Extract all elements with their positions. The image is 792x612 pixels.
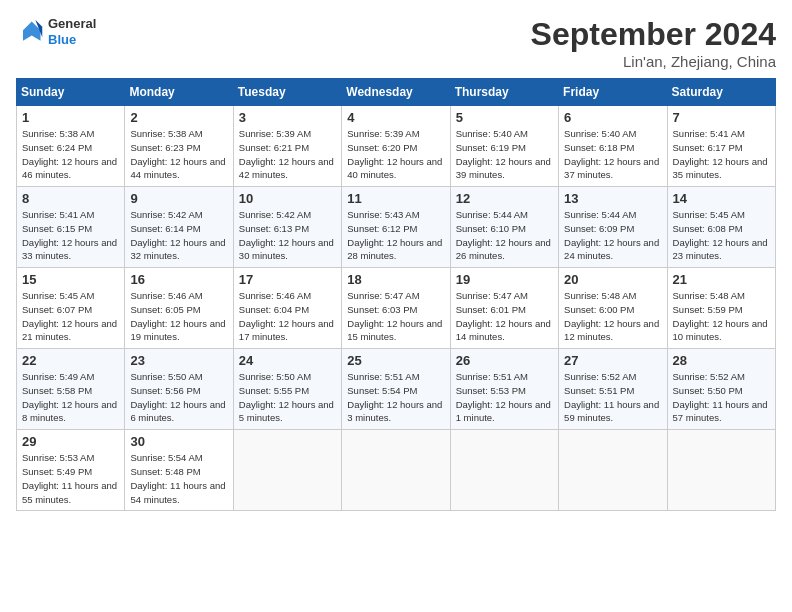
- calendar-cell: 24Sunrise: 5:50 AM Sunset: 5:55 PM Dayli…: [233, 349, 341, 430]
- day-info: Sunrise: 5:38 AM Sunset: 6:23 PM Dayligh…: [130, 127, 227, 182]
- calendar-body: 1Sunrise: 5:38 AM Sunset: 6:24 PM Daylig…: [17, 106, 776, 511]
- day-info: Sunrise: 5:45 AM Sunset: 6:08 PM Dayligh…: [673, 208, 770, 263]
- day-number: 5: [456, 110, 553, 125]
- calendar-cell: 26Sunrise: 5:51 AM Sunset: 5:53 PM Dayli…: [450, 349, 558, 430]
- day-info: Sunrise: 5:51 AM Sunset: 5:53 PM Dayligh…: [456, 370, 553, 425]
- week-row-5: 29Sunrise: 5:53 AM Sunset: 5:49 PM Dayli…: [17, 430, 776, 511]
- day-number: 18: [347, 272, 444, 287]
- month-title: September 2024: [531, 16, 776, 53]
- day-number: 22: [22, 353, 119, 368]
- calendar-cell: 21Sunrise: 5:48 AM Sunset: 5:59 PM Dayli…: [667, 268, 775, 349]
- weekday-thursday: Thursday: [450, 79, 558, 106]
- calendar-cell: 7Sunrise: 5:41 AM Sunset: 6:17 PM Daylig…: [667, 106, 775, 187]
- day-info: Sunrise: 5:46 AM Sunset: 6:04 PM Dayligh…: [239, 289, 336, 344]
- logo: General Blue: [16, 16, 96, 47]
- day-number: 29: [22, 434, 119, 449]
- day-info: Sunrise: 5:43 AM Sunset: 6:12 PM Dayligh…: [347, 208, 444, 263]
- day-info: Sunrise: 5:41 AM Sunset: 6:17 PM Dayligh…: [673, 127, 770, 182]
- week-row-4: 22Sunrise: 5:49 AM Sunset: 5:58 PM Dayli…: [17, 349, 776, 430]
- day-info: Sunrise: 5:39 AM Sunset: 6:21 PM Dayligh…: [239, 127, 336, 182]
- calendar-cell: 6Sunrise: 5:40 AM Sunset: 6:18 PM Daylig…: [559, 106, 667, 187]
- calendar-cell: 1Sunrise: 5:38 AM Sunset: 6:24 PM Daylig…: [17, 106, 125, 187]
- day-info: Sunrise: 5:45 AM Sunset: 6:07 PM Dayligh…: [22, 289, 119, 344]
- weekday-friday: Friday: [559, 79, 667, 106]
- calendar-cell: 28Sunrise: 5:52 AM Sunset: 5:50 PM Dayli…: [667, 349, 775, 430]
- day-number: 10: [239, 191, 336, 206]
- weekday-saturday: Saturday: [667, 79, 775, 106]
- day-number: 23: [130, 353, 227, 368]
- calendar-cell: [667, 430, 775, 511]
- day-number: 19: [456, 272, 553, 287]
- day-info: Sunrise: 5:48 AM Sunset: 5:59 PM Dayligh…: [673, 289, 770, 344]
- week-row-1: 1Sunrise: 5:38 AM Sunset: 6:24 PM Daylig…: [17, 106, 776, 187]
- calendar-cell: 29Sunrise: 5:53 AM Sunset: 5:49 PM Dayli…: [17, 430, 125, 511]
- calendar-cell: 16Sunrise: 5:46 AM Sunset: 6:05 PM Dayli…: [125, 268, 233, 349]
- day-info: Sunrise: 5:53 AM Sunset: 5:49 PM Dayligh…: [22, 451, 119, 506]
- day-info: Sunrise: 5:48 AM Sunset: 6:00 PM Dayligh…: [564, 289, 661, 344]
- calendar-cell: 19Sunrise: 5:47 AM Sunset: 6:01 PM Dayli…: [450, 268, 558, 349]
- day-number: 1: [22, 110, 119, 125]
- day-number: 11: [347, 191, 444, 206]
- day-number: 30: [130, 434, 227, 449]
- logo-line1: General: [48, 16, 96, 32]
- day-info: Sunrise: 5:46 AM Sunset: 6:05 PM Dayligh…: [130, 289, 227, 344]
- day-info: Sunrise: 5:49 AM Sunset: 5:58 PM Dayligh…: [22, 370, 119, 425]
- day-number: 7: [673, 110, 770, 125]
- day-info: Sunrise: 5:40 AM Sunset: 6:19 PM Dayligh…: [456, 127, 553, 182]
- day-number: 15: [22, 272, 119, 287]
- day-number: 3: [239, 110, 336, 125]
- calendar-cell: 2Sunrise: 5:38 AM Sunset: 6:23 PM Daylig…: [125, 106, 233, 187]
- day-number: 20: [564, 272, 661, 287]
- day-number: 9: [130, 191, 227, 206]
- week-row-2: 8Sunrise: 5:41 AM Sunset: 6:15 PM Daylig…: [17, 187, 776, 268]
- day-info: Sunrise: 5:42 AM Sunset: 6:13 PM Dayligh…: [239, 208, 336, 263]
- calendar-cell: 17Sunrise: 5:46 AM Sunset: 6:04 PM Dayli…: [233, 268, 341, 349]
- location: Lin'an, Zhejiang, China: [531, 53, 776, 70]
- week-row-3: 15Sunrise: 5:45 AM Sunset: 6:07 PM Dayli…: [17, 268, 776, 349]
- calendar-cell: 10Sunrise: 5:42 AM Sunset: 6:13 PM Dayli…: [233, 187, 341, 268]
- calendar-cell: 9Sunrise: 5:42 AM Sunset: 6:14 PM Daylig…: [125, 187, 233, 268]
- day-number: 28: [673, 353, 770, 368]
- day-number: 6: [564, 110, 661, 125]
- calendar-cell: 27Sunrise: 5:52 AM Sunset: 5:51 PM Dayli…: [559, 349, 667, 430]
- logo-line2: Blue: [48, 32, 96, 48]
- calendar-cell: 25Sunrise: 5:51 AM Sunset: 5:54 PM Dayli…: [342, 349, 450, 430]
- calendar-cell: 11Sunrise: 5:43 AM Sunset: 6:12 PM Dayli…: [342, 187, 450, 268]
- day-info: Sunrise: 5:50 AM Sunset: 5:55 PM Dayligh…: [239, 370, 336, 425]
- calendar-cell: 30Sunrise: 5:54 AM Sunset: 5:48 PM Dayli…: [125, 430, 233, 511]
- day-info: Sunrise: 5:42 AM Sunset: 6:14 PM Dayligh…: [130, 208, 227, 263]
- weekday-monday: Monday: [125, 79, 233, 106]
- day-number: 16: [130, 272, 227, 287]
- calendar: SundayMondayTuesdayWednesdayThursdayFrid…: [16, 78, 776, 511]
- calendar-cell: 8Sunrise: 5:41 AM Sunset: 6:15 PM Daylig…: [17, 187, 125, 268]
- day-number: 27: [564, 353, 661, 368]
- calendar-cell: [450, 430, 558, 511]
- calendar-cell: 3Sunrise: 5:39 AM Sunset: 6:21 PM Daylig…: [233, 106, 341, 187]
- logo-icon: [16, 18, 44, 46]
- weekday-wednesday: Wednesday: [342, 79, 450, 106]
- day-info: Sunrise: 5:51 AM Sunset: 5:54 PM Dayligh…: [347, 370, 444, 425]
- weekday-tuesday: Tuesday: [233, 79, 341, 106]
- day-number: 12: [456, 191, 553, 206]
- calendar-cell: [233, 430, 341, 511]
- day-info: Sunrise: 5:52 AM Sunset: 5:50 PM Dayligh…: [673, 370, 770, 425]
- calendar-cell: 4Sunrise: 5:39 AM Sunset: 6:20 PM Daylig…: [342, 106, 450, 187]
- day-info: Sunrise: 5:38 AM Sunset: 6:24 PM Dayligh…: [22, 127, 119, 182]
- day-number: 24: [239, 353, 336, 368]
- day-info: Sunrise: 5:44 AM Sunset: 6:09 PM Dayligh…: [564, 208, 661, 263]
- weekday-header: SundayMondayTuesdayWednesdayThursdayFrid…: [17, 79, 776, 106]
- day-info: Sunrise: 5:54 AM Sunset: 5:48 PM Dayligh…: [130, 451, 227, 506]
- calendar-cell: 22Sunrise: 5:49 AM Sunset: 5:58 PM Dayli…: [17, 349, 125, 430]
- day-info: Sunrise: 5:41 AM Sunset: 6:15 PM Dayligh…: [22, 208, 119, 263]
- title-block: September 2024 Lin'an, Zhejiang, China: [531, 16, 776, 70]
- day-number: 4: [347, 110, 444, 125]
- day-number: 25: [347, 353, 444, 368]
- day-info: Sunrise: 5:47 AM Sunset: 6:01 PM Dayligh…: [456, 289, 553, 344]
- logo-text: General Blue: [48, 16, 96, 47]
- day-number: 13: [564, 191, 661, 206]
- day-number: 14: [673, 191, 770, 206]
- day-info: Sunrise: 5:40 AM Sunset: 6:18 PM Dayligh…: [564, 127, 661, 182]
- calendar-cell: [342, 430, 450, 511]
- calendar-cell: 14Sunrise: 5:45 AM Sunset: 6:08 PM Dayli…: [667, 187, 775, 268]
- calendar-cell: 12Sunrise: 5:44 AM Sunset: 6:10 PM Dayli…: [450, 187, 558, 268]
